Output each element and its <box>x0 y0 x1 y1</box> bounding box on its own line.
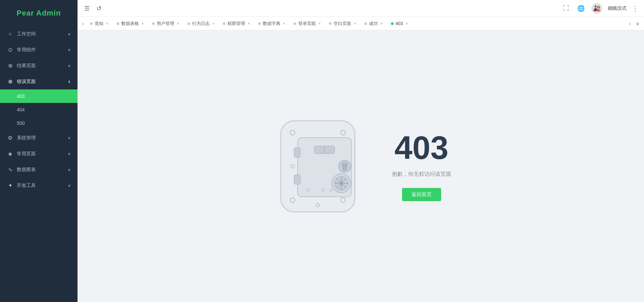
content-area: 403 抱歉，你无权访问该页面 返回首页 <box>78 30 644 302</box>
tab-notice-label: 觉知 <box>95 21 103 27</box>
tab-data-dict-dot <box>258 22 261 25</box>
tab-success[interactable]: 成功 × <box>361 19 387 28</box>
system-icon: ⚙ <box>7 135 13 141</box>
tab-behavior-log-close[interactable]: × <box>212 21 215 26</box>
sidebar-item-result-label: 结果页面 <box>17 63 36 69</box>
tab-success-close[interactable]: × <box>380 21 384 26</box>
tab-login-page-label: 登录页面 <box>298 21 316 27</box>
error-code: 403 <box>392 132 451 164</box>
svg-rect-15 <box>343 166 346 170</box>
username-label[interactable]: 就眠仪式 <box>608 5 626 11</box>
tab-behavior-log[interactable]: 行为日志 × <box>184 19 219 28</box>
menu-toggle-icon[interactable]: ☰ <box>83 3 91 13</box>
tab-perm-mgmt-dot <box>223 22 225 25</box>
pages-chevron: ∨ <box>68 152 71 156</box>
tab-data-format-label: 数据表格 <box>121 21 139 27</box>
tab-success-dot <box>364 22 367 25</box>
components-icon: ⊙ <box>7 47 13 53</box>
tab-expand-icon[interactable]: ∨ <box>633 20 642 28</box>
tab-scroll-left[interactable]: ‹ <box>80 20 87 28</box>
tab-blank-page-close[interactable]: × <box>353 21 357 26</box>
sidebar-item-components[interactable]: ⊙ 常用组件 ∨ <box>0 42 78 58</box>
more-menu-icon[interactable]: ⋮ <box>632 4 639 12</box>
tab-data-dict-close[interactable]: × <box>282 21 286 26</box>
sidebar-item-pages[interactable]: ◈ 常用页面 ∨ <box>0 146 78 162</box>
sidebar-item-result[interactable]: ⊕ 结果页面 ∨ <box>0 58 78 74</box>
app-title: Pear Admin <box>17 9 61 18</box>
sidebar-item-pages-label: 常用页面 <box>17 151 36 157</box>
tab-login-page-close[interactable]: × <box>318 21 321 26</box>
pages-icon: ◈ <box>7 150 13 157</box>
tab-403-close[interactable]: × <box>405 21 409 26</box>
tab-notice[interactable]: 觉知 × <box>87 19 113 28</box>
tab-data-format-dot <box>117 22 119 25</box>
tab-success-label: 成功 <box>369 21 378 27</box>
sidebar-item-system[interactable]: ⚙ 系统管理 ∨ <box>0 130 78 146</box>
tab-user-mgmt-label: 用户管理 <box>157 21 174 27</box>
avatar[interactable]: 🎎 <box>591 3 602 14</box>
error-chevron: ∧ <box>68 79 71 84</box>
tab-user-mgmt-close[interactable]: × <box>176 21 180 26</box>
tab-data-dict-label: 数据字典 <box>263 21 280 27</box>
refresh-icon[interactable]: ↺ <box>95 3 103 13</box>
tab-behavior-log-dot <box>187 22 190 25</box>
error-icon: ⊗ <box>7 78 13 85</box>
workspace-icon: ○ <box>7 31 13 37</box>
header-right: ⛶ 🌐 🎎 就眠仪式 ⋮ <box>562 3 639 14</box>
sidebar-item-workspace[interactable]: ○ 工作空间 ∨ <box>0 26 78 42</box>
components-chevron: ∨ <box>68 48 71 52</box>
tab-403-label: 403 <box>396 21 403 26</box>
sidebar-item-error[interactable]: ⊗ 错误页面 ∧ <box>0 74 78 89</box>
avatar-emoji: 🎎 <box>593 5 601 12</box>
tab-perm-mgmt[interactable]: 权限管理 × <box>219 19 254 28</box>
sidebar-item-devtools-label: 开发工具 <box>17 183 36 189</box>
sidebar-sub-item-404[interactable]: 404 <box>0 103 78 116</box>
main-area: ☰ ↺ ⛶ 🌐 🎎 就眠仪式 ⋮ ‹ 觉知 × 数据表格 × <box>78 0 644 302</box>
tab-perm-mgmt-close[interactable]: × <box>247 21 251 26</box>
tab-user-mgmt-dot <box>152 22 155 25</box>
result-chevron: ∨ <box>68 63 71 68</box>
sidebar-sub-item-403[interactable]: 403 <box>0 89 78 103</box>
tab-login-page[interactable]: 登录页面 × <box>290 19 325 28</box>
error-container: 403 抱歉，你无权访问该页面 返回首页 <box>271 114 451 219</box>
tab-data-format-close[interactable]: × <box>141 21 145 26</box>
tab-blank-page-dot <box>329 22 332 25</box>
tab-403-dot <box>391 22 394 25</box>
devtools-icon: ✦ <box>7 182 13 189</box>
charts-chevron: ∨ <box>68 167 71 172</box>
tabbar: ‹ 觉知 × 数据表格 × 用户管理 × 行为日志 × <box>78 17 644 30</box>
sidebar-logo: Pear Admin <box>0 0 78 26</box>
workspace-chevron: ∨ <box>68 32 71 36</box>
tab-notice-close[interactable]: × <box>105 21 109 26</box>
system-chevron: ∨ <box>68 136 71 140</box>
sidebar: Pear Admin ○ 工作空间 ∨ ⊙ 常用组件 ∨ ⊕ 结果页面 ∨ ⊗ … <box>0 0 78 302</box>
tab-scroll-right[interactable]: › <box>626 20 633 28</box>
sidebar-item-charts[interactable]: ∿ 数据图表 ∨ <box>0 162 78 177</box>
tab-blank-page-label: 空白页面 <box>334 21 351 27</box>
tab-data-dict[interactable]: 数据字典 × <box>255 19 289 28</box>
error-message: 抱歉，你无权访问该页面 <box>392 171 451 178</box>
charts-icon: ∿ <box>7 166 13 173</box>
sidebar-item-devtools[interactable]: ✦ 开发工具 ∨ <box>0 177 78 193</box>
header: ☰ ↺ ⛶ 🌐 🎎 就眠仪式 ⋮ <box>78 0 644 17</box>
error-illustration <box>271 114 365 219</box>
sidebar-item-system-label: 系统管理 <box>17 135 36 141</box>
tab-403[interactable]: 403 × <box>388 20 412 27</box>
sidebar-sub-item-500[interactable]: 500 <box>0 116 78 130</box>
tab-notice-dot <box>90 22 93 25</box>
tab-behavior-log-label: 行为日志 <box>192 21 210 27</box>
tab-login-page-dot <box>294 22 296 25</box>
svg-rect-11 <box>294 148 300 157</box>
globe-icon[interactable]: 🌐 <box>576 3 586 13</box>
sidebar-item-workspace-label: 工作空间 <box>17 31 36 37</box>
tab-data-format[interactable]: 数据表格 × <box>113 19 148 28</box>
tab-blank-page[interactable]: 空白页面 × <box>326 19 360 28</box>
error-text-section: 403 抱歉，你无权访问该页面 返回首页 <box>392 132 451 201</box>
sidebar-item-error-label: 错误页面 <box>17 79 36 85</box>
tab-scroll-area: 觉知 × 数据表格 × 用户管理 × 行为日志 × 权限管理 × <box>87 19 626 28</box>
fullscreen-icon[interactable]: ⛶ <box>562 3 571 13</box>
result-icon: ⊕ <box>7 62 13 69</box>
return-home-button[interactable]: 返回首页 <box>402 188 441 201</box>
svg-rect-12 <box>294 175 300 184</box>
tab-user-mgmt[interactable]: 用户管理 × <box>149 19 183 28</box>
